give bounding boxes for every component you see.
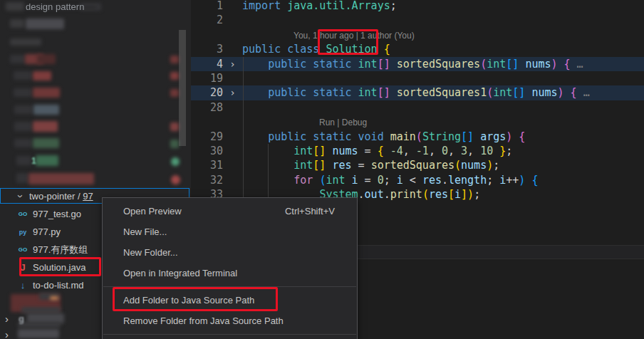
redacted-block: [170, 140, 179, 148]
redacted-block: [14, 71, 32, 80]
file-label: 977.有序数组: [33, 244, 88, 256]
menu-separator: [103, 334, 356, 335]
lens-line[interactable]: Run | Debug: [191, 115, 644, 129]
menu-item-new-file[interactable]: New File...: [103, 221, 357, 242]
redacted-block: [10, 38, 41, 46]
code-line-19: 19: [191, 71, 644, 85]
line-number: 19: [191, 71, 223, 85]
redacted-block: [14, 122, 32, 131]
redacted-block: [36, 155, 58, 166]
code-line-29: 29 public static void main(String[] args…: [191, 130, 644, 144]
menu-item-remove-folder-from-java-source-path[interactable]: Remove Folder from Java Source Path: [103, 311, 357, 331]
line-content: public static int[] sortedSquares1(int[]…: [242, 85, 644, 100]
line-content: [242, 13, 644, 27]
redacted-block: [18, 322, 61, 328]
line-number: 4: [191, 57, 223, 71]
line-number: [191, 115, 223, 129]
line-number: 32: [191, 173, 223, 187]
code-line-4: 4› public static int[] sortedSquares(int…: [191, 57, 644, 71]
redacted-block: [10, 55, 26, 63]
line-number: [191, 28, 223, 42]
redacted-block: [171, 175, 180, 184]
redacted-block: [170, 56, 179, 63]
indent-guide: [243, 57, 244, 202]
redacted-block: [33, 121, 58, 132]
menu-item-label: Open in Integrated Terminal: [123, 268, 335, 278]
markdown-icon: ↓: [17, 280, 28, 291]
fold-chevron-icon[interactable]: ›: [223, 57, 242, 71]
redacted-block: [50, 296, 58, 300]
line-number: 28: [191, 100, 223, 115]
vscode-window: design pattern 1g › two-pointer / 97 GO9…: [0, 0, 644, 339]
fold-gutter: [223, 130, 242, 144]
redacted-block: [21, 307, 61, 313]
code-line-3: 3public class Solution {: [191, 42, 644, 56]
redacted-block: [33, 88, 60, 98]
fold-chevron-icon[interactable]: ›: [223, 85, 242, 100]
line-content: [242, 71, 644, 85]
fold-gutter: [223, 28, 242, 42]
sidebar-scrollbar[interactable]: [179, 30, 186, 146]
menu-item-label: Open Preview: [123, 206, 285, 217]
code-rows: 1import java.util.Arrays;2You, 1 hour ag…: [191, 0, 644, 202]
python-icon: py: [17, 229, 28, 236]
line-number: 2: [191, 13, 223, 27]
line-number: 1: [191, 0, 223, 13]
fold-gutter: [223, 115, 242, 129]
go-icon: GO: [17, 211, 28, 217]
redacted-block: [33, 105, 59, 115]
menu-item-open-in-integrated-terminal[interactable]: Open in Integrated Terminal: [103, 263, 357, 283]
menu-item-open-preview[interactable]: Open PreviewCtrl+Shift+V: [103, 201, 357, 221]
fold-gutter: [223, 144, 242, 158]
author-annotation-box: [318, 29, 378, 55]
redacted-block: [170, 122, 179, 131]
fold-gutter: [223, 100, 242, 115]
line-content: import java.util.Arrays;: [242, 0, 644, 13]
fold-gutter: [223, 71, 242, 85]
redacted-block: [16, 156, 31, 165]
redacted-block: [33, 138, 59, 148]
chevron-down-icon: ›: [16, 194, 26, 198]
solution-java-annotation-box: [19, 257, 101, 276]
menu-item-new-folder[interactable]: New Folder...: [103, 242, 357, 263]
file-label: 977.py: [33, 226, 61, 237]
redacted-block: [37, 54, 56, 64]
line-number: 29: [191, 130, 223, 144]
redacted-block: [16, 173, 28, 183]
fold-gutter: [223, 173, 242, 187]
go-icon: GO: [17, 246, 28, 253]
line-content: int[] res = sortedSquares(nums);: [242, 158, 644, 172]
redacted-text-fragment: g: [19, 313, 24, 324]
line-number: 31: [191, 158, 223, 172]
line-content: public class Solution {: [242, 42, 644, 56]
code-line-20: 20› public static int[] sortedSquares1(i…: [191, 85, 644, 100]
line-content: public static void main(String[] args) {: [242, 130, 644, 144]
redacted-block: [170, 72, 179, 80]
redacted-block: [10, 19, 24, 28]
menu-item-label: New File...: [123, 226, 335, 237]
redacted-block: [6, 2, 24, 11]
add-folder-annotation-box: [113, 287, 278, 311]
line-content: [242, 100, 644, 115]
code-line-30: 30 int[] nums = { -4, -1, 0, 3, 10 };: [191, 144, 644, 158]
line-content: Run | Debug: [242, 115, 644, 129]
explorer-context-menu: Open PreviewCtrl+Shift+VNew File...New F…: [102, 197, 358, 339]
line-content: int[] nums = { -4, -1, 0, 3, 10 };: [242, 144, 644, 158]
chevron-right-icon[interactable]: ›: [5, 328, 9, 339]
redacted-block: [26, 19, 64, 29]
file-label: to-do-list.md: [33, 280, 84, 291]
file-label: 977_test.go: [33, 209, 81, 219]
redacted-block: [18, 329, 59, 338]
redacted-block: [14, 105, 33, 114]
fold-gutter: [223, 158, 242, 172]
fold-gutter: [223, 42, 242, 56]
line-number: 20: [191, 85, 223, 100]
code-line-1: 1import java.util.Arrays;: [191, 0, 644, 13]
code-line-31: 31 int[] res = sortedSquares(nums);: [191, 158, 644, 172]
code-line-32: 32 for (int i = 0; i < res.length; i++) …: [191, 173, 644, 187]
redacted-block: [170, 89, 179, 97]
sidebar-item-design-pattern[interactable]: design pattern: [26, 1, 84, 12]
redacted-block: [14, 88, 32, 97]
chevron-right-icon[interactable]: ›: [5, 313, 9, 325]
redacted-block: [28, 173, 94, 184]
